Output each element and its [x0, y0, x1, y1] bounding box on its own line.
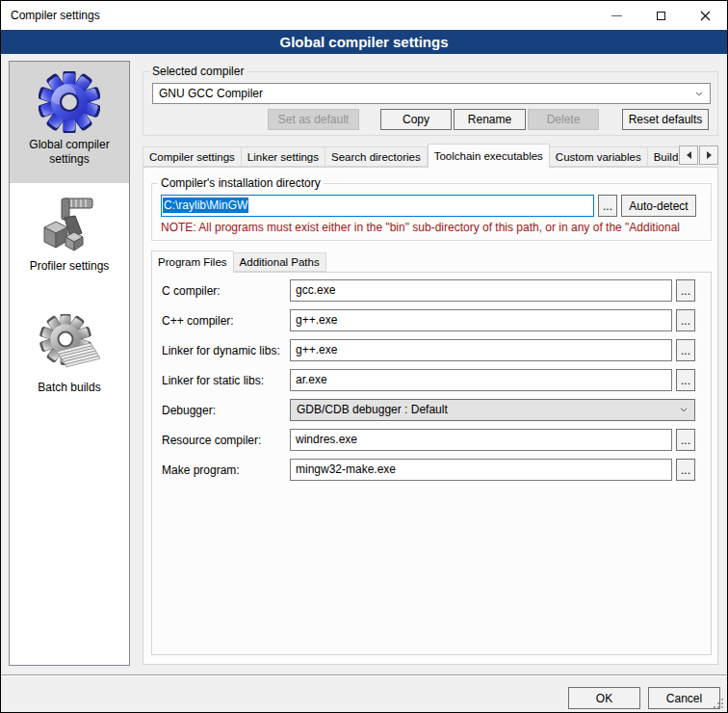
c-compiler-value: gcc.exe: [296, 283, 335, 297]
c-compiler-input[interactable]: gcc.exe: [290, 279, 672, 302]
resource-compiler-row: Resource compiler: windres.exe ...: [162, 429, 695, 451]
set-as-default-button[interactable]: Set as default: [268, 109, 359, 130]
static-linker-browse-button[interactable]: ...: [676, 369, 695, 391]
dynamic-linker-row: Linker for dynamic libs: g++.exe ...: [162, 339, 695, 361]
sidebar-item-profiler-settings[interactable]: Profiler settings: [10, 183, 129, 304]
dynamic-linker-input[interactable]: g++.exe: [290, 339, 672, 361]
profiler-settings-icon: [39, 193, 100, 254]
tab-build-options[interactable]: Build options: [648, 146, 678, 167]
arrow-right-icon: [707, 151, 712, 159]
tab-scroll-left-button[interactable]: [679, 145, 698, 165]
static-linker-input[interactable]: ar.exe: [290, 369, 672, 391]
tab-toolchain-executables[interactable]: Toolchain executables: [428, 144, 550, 168]
sidebar-item-label: Global compiler settings: [13, 138, 125, 167]
reset-defaults-button[interactable]: Reset defaults: [622, 109, 709, 130]
debugger-label: Debugger:: [162, 404, 290, 417]
tab-additional-paths[interactable]: Additional Paths: [234, 252, 326, 272]
compiler-select-value: GNU GCC Compiler: [159, 87, 263, 100]
chevron-down-icon: [680, 408, 688, 412]
installation-note: NOTE: All programs must exist either in …: [161, 221, 709, 234]
tab-compiler-settings[interactable]: Compiler settings: [143, 146, 242, 167]
static-linker-label: Linker for static libs:: [162, 374, 290, 387]
static-linker-row: Linker for static libs: ar.exe ...: [162, 369, 695, 391]
dialog-header: Global compiler settings: [1, 30, 727, 54]
installation-directory-input[interactable]: C:\raylib\MinGW: [161, 195, 594, 217]
c-compiler-label: C compiler:: [162, 284, 290, 298]
auto-detect-button[interactable]: Auto-detect: [621, 195, 696, 217]
window-title: Compiler settings: [11, 9, 100, 22]
ok-button[interactable]: OK: [568, 687, 640, 709]
tab-search-directories[interactable]: Search directories: [325, 146, 428, 167]
tab-scroll-buttons: [678, 145, 718, 165]
resource-compiler-browse-button[interactable]: ...: [676, 429, 695, 451]
files-tabstrip: Program FilesAdditional Paths: [151, 251, 326, 275]
minimize-icon: [611, 15, 622, 16]
dynamic-linker-browse-button[interactable]: ...: [676, 339, 695, 361]
compiler-select[interactable]: GNU GCC Compiler: [152, 83, 711, 104]
program-files-panel: C compiler: gcc.exe ... C++ compiler: g+…: [151, 272, 712, 655]
global-compiler-settings-icon: [39, 71, 100, 133]
sidebar-item-label: Batch builds: [13, 381, 125, 395]
installation-directory-legend: Compiler's installation directory: [158, 176, 324, 190]
sidebar-item-batch-builds[interactable]: Batch builds: [10, 304, 129, 426]
make-program-value: mingw32-make.exe: [296, 462, 396, 476]
maximize-button[interactable]: [638, 1, 683, 30]
cpp-compiler-input[interactable]: g++.exe: [290, 309, 672, 331]
batch-builds-icon: [39, 314, 100, 376]
resource-compiler-value: windres.exe: [296, 433, 357, 446]
compiler-buttons-row: Set as default Copy Rename Delete Reset …: [152, 109, 709, 130]
tab-scroll-right-button[interactable]: [699, 145, 718, 165]
browse-directory-button[interactable]: ...: [598, 195, 617, 217]
dynamic-linker-value: g++.exe: [296, 343, 337, 356]
cpp-compiler-value: g++.exe: [296, 313, 337, 327]
installation-directory-row: C:\raylib\MinGW ... Auto-detect: [161, 195, 696, 217]
sidebar-item-global-compiler-settings[interactable]: Global compiler settings: [10, 62, 129, 183]
compiler-settings-window: Compiler settings Global compiler settin…: [0, 0, 728, 713]
arrow-left-icon: [687, 151, 691, 159]
selected-compiler-group: Selected compiler GNU GCC Compiler Set a…: [143, 65, 718, 136]
minimize-button[interactable]: [594, 1, 638, 30]
debugger-row: Debugger: GDB/CDB debugger : Default: [162, 399, 695, 421]
titlebar: Compiler settings: [1, 1, 727, 30]
make-program-input[interactable]: mingw32-make.exe: [290, 459, 672, 481]
resource-compiler-label: Resource compiler:: [162, 434, 290, 447]
close-icon: [700, 11, 711, 21]
cancel-button[interactable]: Cancel: [648, 687, 720, 709]
close-button[interactable]: [683, 1, 727, 30]
footer-divider: [1, 674, 727, 676]
static-linker-value: ar.exe: [296, 373, 327, 386]
settings-category-list: Global compiler settings Profiler settin…: [9, 61, 130, 666]
tab-custom-variables[interactable]: Custom variables: [550, 146, 648, 167]
toolchain-executables-panel: Compiler's installation directory C:\ray…: [143, 167, 718, 665]
tab-linker-settings[interactable]: Linker settings: [242, 146, 325, 167]
debugger-value: GDB/CDB debugger : Default: [297, 403, 448, 416]
make-program-browse-button[interactable]: ...: [676, 459, 695, 481]
settings-tabstrip: Compiler settingsLinker settingsSearch d…: [143, 144, 678, 168]
cpp-compiler-browse-button[interactable]: ...: [676, 309, 695, 331]
copy-button[interactable]: Copy: [380, 109, 452, 130]
make-program-label: Make program:: [162, 463, 290, 477]
chevron-down-icon: [695, 92, 703, 96]
dynamic-linker-label: Linker for dynamic libs:: [162, 344, 290, 357]
dialog-header-title: Global compiler settings: [279, 34, 448, 50]
sidebar-item-label: Profiler settings: [13, 259, 125, 274]
installation-directory-value: C:\raylib\MinGW: [163, 198, 248, 213]
resource-compiler-input[interactable]: windres.exe: [290, 429, 672, 451]
debugger-select[interactable]: GDB/CDB debugger : Default: [290, 399, 695, 421]
selected-compiler-legend: Selected compiler: [149, 65, 247, 78]
window-controls: [594, 1, 727, 30]
cpp-compiler-row: C++ compiler: g++.exe ...: [162, 309, 695, 331]
cpp-compiler-label: C++ compiler:: [162, 314, 290, 328]
maximize-icon: [657, 12, 665, 20]
rename-button[interactable]: Rename: [454, 109, 526, 130]
c-compiler-row: C compiler: gcc.exe ...: [162, 279, 695, 302]
resize-grip[interactable]: [714, 699, 723, 708]
make-program-row: Make program: mingw32-make.exe ...: [162, 459, 695, 481]
tab-program-files[interactable]: Program Files: [151, 251, 234, 273]
c-compiler-browse-button[interactable]: ...: [676, 279, 695, 302]
installation-directory-group: Compiler's installation directory C:\ray…: [151, 176, 712, 241]
delete-button[interactable]: Delete: [528, 109, 599, 130]
